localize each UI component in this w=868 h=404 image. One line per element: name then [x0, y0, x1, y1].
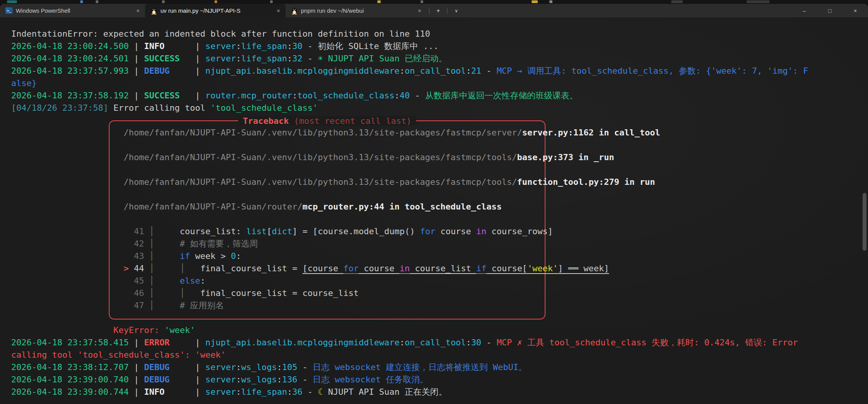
terminal-line: IndentationError: expected an indented b…: [11, 28, 808, 40]
background-window-decoration: [377, 0, 381, 3]
tab-uv-run-main[interactable]: uv run main.py ~/NJUPT-API-S ×: [145, 4, 285, 17]
background-window-decoration: [96, 0, 98, 3]
background-window-decoration: [162, 0, 165, 3]
background-window-decoration: [270, 0, 273, 3]
terminal-line: KeyError: 'week': [11, 324, 808, 336]
minimize-button[interactable]: –: [792, 4, 817, 17]
tab-bar-divider: [429, 8, 429, 14]
terminal-line: 2026-04-18 23:39:00.740 | DEBUG | server…: [11, 374, 808, 386]
background-window-decoration: [746, 0, 770, 3]
new-tab-button[interactable]: +: [432, 4, 445, 17]
background-window-decoration: [549, 0, 552, 3]
terminal-line: [11, 139, 808, 151]
terminal-line: /home/fanfan/NJUPT-API-Suan/.venv/lib/py…: [11, 127, 808, 139]
tab-title: uv run main.py ~/NJUPT-API-S: [160, 7, 272, 14]
terminal-window: >_ Windows PowerShell × uv run main.py ~…: [0, 4, 868, 404]
terminal-line: 2026-04-18 23:38:12.707 | DEBUG | server…: [11, 361, 808, 374]
terminal-line: [11, 164, 808, 176]
maximize-button[interactable]: □: [817, 4, 843, 17]
tab-title: pnpm run dev ~/N/webui: [301, 7, 413, 14]
terminal-line: > 44 │ │ final_course_list = [course for…: [11, 262, 808, 275]
window-controls: – □ ×: [792, 4, 868, 17]
tab-close-icon[interactable]: ×: [275, 7, 282, 14]
background-window-decoration: [7, 0, 17, 3]
close-button[interactable]: ×: [843, 4, 868, 17]
terminal-line: 2026-04-18 23:39:00.744 | INFO | server:…: [11, 386, 808, 398]
terminal-line: [04/18/26 23:37:58] Error calling tool '…: [11, 102, 808, 114]
terminal-line: 42 │ # 如有需要，筛选周: [11, 238, 808, 250]
terminal-line: /home/fanfan/NJUPT-API-Suan/.venv/lib/py…: [11, 176, 808, 188]
terminal-line: 45 │ else:: [11, 275, 808, 287]
titlebar[interactable]: >_ Windows PowerShell × uv run main.py ~…: [0, 4, 868, 17]
background-window-decoration: [80, 0, 83, 3]
tux-icon: [150, 7, 157, 15]
terminal-line: [11, 188, 808, 201]
terminal-lines: IndentationError: expected an indented b…: [11, 28, 808, 398]
tab-close-icon[interactable]: ×: [135, 7, 141, 14]
terminal-line: /home/fanfan/NJUPT-API-Suan/.venv/lib/py…: [11, 151, 808, 164]
tab-pnpm-run-dev[interactable]: pnpm run dev ~/N/webui ×: [285, 4, 427, 17]
terminal-line: 46 │ │ final_course_list = course_list: [11, 287, 808, 299]
tab-bar-divider: [447, 8, 448, 14]
terminal-line: [11, 213, 808, 225]
terminal-line: /home/fanfan/NJUPT-API-Suan/router/mcp_r…: [11, 201, 808, 213]
tux-icon: [291, 7, 298, 15]
terminal-line: 2026-04-18 23:00:24.500 | INFO | server:…: [11, 40, 808, 52]
background-window-decoration: [671, 0, 683, 3]
terminal-line: 2026-04-18 23:37:58.192 | SUCCESS | rout…: [11, 90, 808, 102]
terminal-line: [11, 114, 808, 127]
terminal-line: alse}: [11, 77, 808, 90]
tab-dropdown-button[interactable]: ∨: [450, 4, 463, 17]
terminal-line: 2026-04-18 23:37:57.993 | DEBUG | njupt_…: [11, 65, 808, 77]
tab-close-icon[interactable]: ×: [416, 7, 423, 14]
background-window-decoration: [532, 0, 538, 3]
background-window-strip: [0, 0, 868, 4]
background-window-decoration: [420, 0, 423, 3]
powershell-icon: >_: [5, 7, 13, 14]
terminal-line: 2026-04-18 23:37:58.415 | ERROR | njupt_…: [11, 336, 808, 349]
terminal-line: 2026-04-18 23:00:24.501 | SUCCESS | serv…: [11, 52, 808, 65]
scrollbar-thumb[interactable]: [863, 193, 866, 251]
screen: >_ Windows PowerShell × uv run main.py ~…: [0, 0, 868, 404]
terminal-line: 47 │ # 应用别名: [11, 299, 808, 312]
tab-title: Windows PowerShell: [16, 7, 132, 14]
tab-windows-powershell[interactable]: >_ Windows PowerShell ×: [0, 4, 145, 17]
terminal-line: [11, 312, 808, 324]
terminal-line: 41 │ course_list: list[dict] = [course.m…: [11, 225, 808, 238]
terminal-line: 43 │ if week > 0:: [11, 250, 808, 262]
terminal-line: calling tool 'tool_schedule_class': 'wee…: [11, 349, 808, 361]
background-window-decoration: [214, 0, 217, 3]
terminal[interactable]: Traceback (most recent call last) Indent…: [0, 17, 868, 404]
